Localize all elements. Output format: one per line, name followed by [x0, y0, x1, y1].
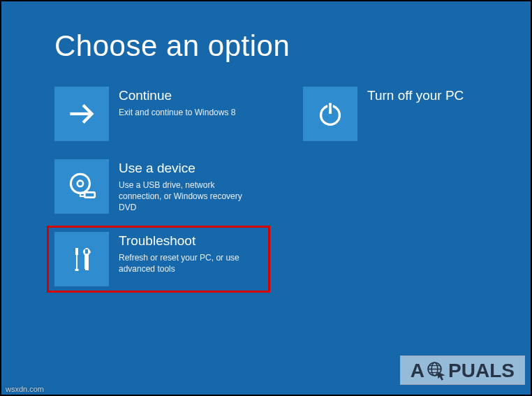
svg-rect-10 — [76, 255, 77, 269]
continue-desc: Exit and continue to Windows 8 — [119, 107, 235, 118]
arrow-right-icon — [54, 87, 109, 141]
svg-rect-13 — [85, 255, 89, 270]
watermark-badge: A PUALS — [400, 355, 525, 385]
power-icon — [303, 87, 357, 141]
origin-label: wsxdn.com — [6, 385, 44, 393]
device-tile[interactable]: Use a device Use a USB drive, network co… — [54, 159, 264, 214]
option-grid: Continue Exit and continue to Windows 8 … — [54, 87, 512, 286]
globe-cursor-icon — [426, 360, 447, 381]
tools-icon — [54, 232, 109, 286]
troubleshoot-tile[interactable]: Troubleshoot Refresh or reset your PC, o… — [47, 226, 270, 293]
continue-tile[interactable]: Continue Exit and continue to Windows 8 — [54, 87, 264, 141]
disc-usb-icon — [54, 159, 109, 214]
troubleshoot-title: Troubleshoot — [119, 233, 249, 249]
svg-point-5 — [71, 174, 89, 193]
svg-rect-9 — [75, 248, 78, 255]
continue-title: Continue — [119, 88, 235, 104]
svg-rect-7 — [84, 192, 95, 197]
page-title: Choose an option — [54, 29, 531, 63]
svg-rect-11 — [75, 269, 79, 271]
watermark-suffix: PUALS — [448, 361, 515, 381]
troubleshoot-desc: Refresh or reset your PC, or use advance… — [119, 252, 249, 274]
svg-point-6 — [77, 181, 83, 186]
device-title: Use a device — [119, 161, 249, 177]
device-text: Use a device Use a USB drive, network co… — [109, 159, 249, 213]
poweroff-tile[interactable]: Turn off your PC — [303, 87, 512, 141]
svg-rect-8 — [80, 193, 84, 196]
device-desc: Use a USB drive, network connection, or … — [119, 179, 249, 214]
poweroff-title: Turn off your PC — [367, 88, 464, 104]
svg-marker-19 — [437, 372, 445, 381]
troubleshoot-text: Troubleshoot Refresh or reset your PC, o… — [109, 232, 249, 274]
recovery-screen: Choose an option Continue Exit and conti… — [0, 0, 532, 396]
watermark-prefix: A — [411, 361, 424, 381]
poweroff-text: Turn off your PC — [357, 87, 464, 107]
continue-text: Continue Exit and continue to Windows 8 — [109, 87, 235, 118]
